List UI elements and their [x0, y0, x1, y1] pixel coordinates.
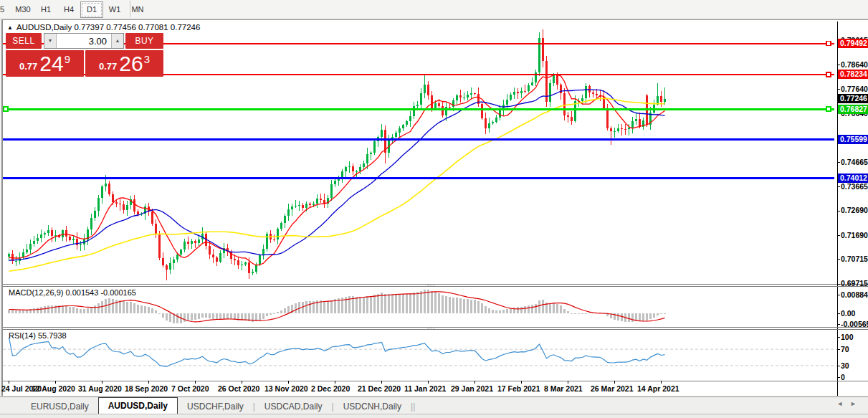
line-handle — [826, 72, 831, 77]
date-axis-label: 18 Sep 2020 — [125, 384, 168, 394]
rsi-axis-label: 100 — [841, 333, 868, 342]
symbol-title: AUDUSD,Daily — [16, 23, 72, 32]
macd-axis-label: 0.00884 — [841, 290, 868, 300]
date-axis-label: 12 Aug 2020 — [32, 384, 75, 394]
tab-separator: | — [413, 399, 415, 414]
date-axis-label: 11 Jan 2021 — [404, 384, 446, 394]
price-axis-tick: 0.77640 — [841, 85, 868, 94]
sell-button[interactable]: SELL — [6, 33, 42, 49]
buy-price-prefix: 0.77 — [99, 61, 117, 72]
buy-price-sup: 3 — [144, 53, 150, 65]
tab-scroll-right-icon[interactable]: ► — [850, 400, 864, 407]
timeframe-button-h1[interactable]: H1 — [34, 1, 57, 18]
buy-price-display[interactable]: 0.77 26 3 — [85, 50, 163, 77]
volume-decrease-button[interactable]: ▼ — [44, 34, 57, 48]
date-axis-label: 13 Nov 2020 — [264, 384, 308, 394]
tab-scroll-arrows: ◄► — [836, 400, 864, 407]
ohlc-close: 0.77246 — [171, 23, 201, 32]
date-axis-label: 26 Mar 2021 — [591, 384, 634, 394]
price-axis-tick: 0.72690 — [841, 206, 868, 215]
chart-tab-usdchf-daily[interactable]: USDCHF,Daily — [178, 399, 253, 414]
status-strip — [0, 414, 868, 418]
chart-title: ▲AUDUSD,Daily 0.77397 0.77456 0.77081 0.… — [7, 23, 200, 32]
timeframe-button-m30[interactable]: M30 — [11, 1, 34, 18]
volume-input[interactable] — [57, 34, 111, 48]
volume-stepper: ▼ ▲ — [44, 33, 124, 49]
window-border — [1, 19, 3, 396]
price-axis-tag: 0.78234 — [838, 70, 868, 79]
date-axis-label: 2 Dec 2020 — [311, 384, 350, 394]
rsi-axis-label: 70 — [841, 345, 868, 354]
symbol-tab-bar: EURUSD,DailyAUDUSD,DailyUSDCHF,Daily|USD… — [0, 396, 868, 414]
date-axis-label: 7 Oct 2020 — [171, 384, 209, 394]
date-axis-label: 17 Feb 2021 — [497, 384, 540, 394]
trading-terminal: { "toolbar": { "timeframes": ["15", "M30… — [0, 0, 868, 418]
timeframe-button-15[interactable]: 15 — [0, 1, 11, 18]
chart-tab-audusd-daily[interactable]: AUDUSD,Daily — [98, 397, 178, 414]
price-axis-tick: 0.78640 — [841, 60, 868, 70]
date-axis-label: 31 Aug 2020 — [78, 384, 122, 394]
volume-increase-button[interactable]: ▲ — [111, 34, 123, 48]
one-click-trade-panel: SELL ▼ ▲ BUY 0.77 24 9 0.77 26 3 — [6, 33, 163, 77]
sell-price-prefix: 0.77 — [19, 61, 37, 72]
timeframe-button-d1[interactable]: D1 — [80, 1, 103, 18]
date-axis-label: 14 Apr 2021 — [637, 384, 679, 394]
date-axis-label: 8 Mar 2021 — [544, 384, 583, 394]
buy-button[interactable]: BUY — [125, 33, 163, 49]
price-axis-tag: 0.74012 — [838, 174, 868, 183]
ohlc-high: 0.77456 — [106, 23, 136, 32]
hline-0.74012 — [3, 177, 834, 179]
line-handle — [4, 107, 8, 111]
price-axis-tag: 0.76827 — [838, 105, 868, 114]
rsi-axis-label: 0 — [841, 373, 868, 382]
tab-scroll-left-icon[interactable]: ◄ — [836, 400, 850, 407]
rsi-axis-label: 30 — [841, 361, 868, 371]
timeframe-toolbar: 15M30H1H4D1W1MN — [0, 0, 868, 19]
collapse-arrow-icon[interactable]: ▲ — [7, 24, 13, 31]
chart-tab-eurusd-daily[interactable]: EURUSD,Daily — [22, 399, 98, 414]
macd-label: MACD(12,26,9) 0.001543 -0.000165 — [9, 288, 136, 297]
sell-price-sup: 9 — [65, 53, 70, 65]
price-axis-tick: 0.73665 — [841, 182, 868, 191]
price-axis-tag: 0.79492 — [838, 39, 868, 48]
price-axis-tag: 0.77246 — [838, 94, 868, 103]
sell-price-big: 24 — [39, 53, 63, 75]
buy-price-big: 26 — [119, 53, 143, 75]
ohlc-low: 0.77081 — [138, 23, 168, 32]
chart-tab-usdcnh-daily[interactable]: USDCNH,Daily — [334, 399, 411, 414]
line-handle — [826, 42, 831, 46]
timeframe-button-h4[interactable]: H4 — [57, 1, 80, 18]
line-handle — [826, 107, 831, 111]
sell-price-display[interactable]: 0.77 24 9 — [6, 50, 84, 77]
hline-0.75599 — [3, 138, 834, 141]
toolbar-separator — [130, 1, 130, 17]
price-axis-tick: 0.74665 — [841, 158, 868, 167]
price-axis-tick: 0.70715 — [841, 255, 868, 264]
date-axis-label: 29 Jan 2021 — [451, 384, 493, 394]
date-axis-label: 26 Oct 2020 — [218, 384, 259, 394]
chart-tab-usdcad-daily[interactable]: USDCAD,Daily — [255, 399, 332, 414]
macd-axis-label: -0.005651 — [841, 320, 868, 329]
price-axis-tick: 0.69715 — [841, 279, 868, 288]
price-axis-tick: 0.71690 — [841, 231, 868, 240]
ohlc-open: 0.77397 — [74, 23, 104, 32]
window-border-top — [1, 19, 868, 20]
macd-axis-label: 0.00 — [841, 309, 868, 318]
rsi-label: RSI(14) 55.7938 — [9, 331, 67, 340]
hline-0.76827 — [3, 108, 834, 110]
timeframe-button-w1[interactable]: W1 — [103, 1, 126, 18]
price-axis-tag: 0.75599 — [838, 135, 868, 144]
date-axis-label: 21 Dec 2020 — [358, 384, 401, 394]
